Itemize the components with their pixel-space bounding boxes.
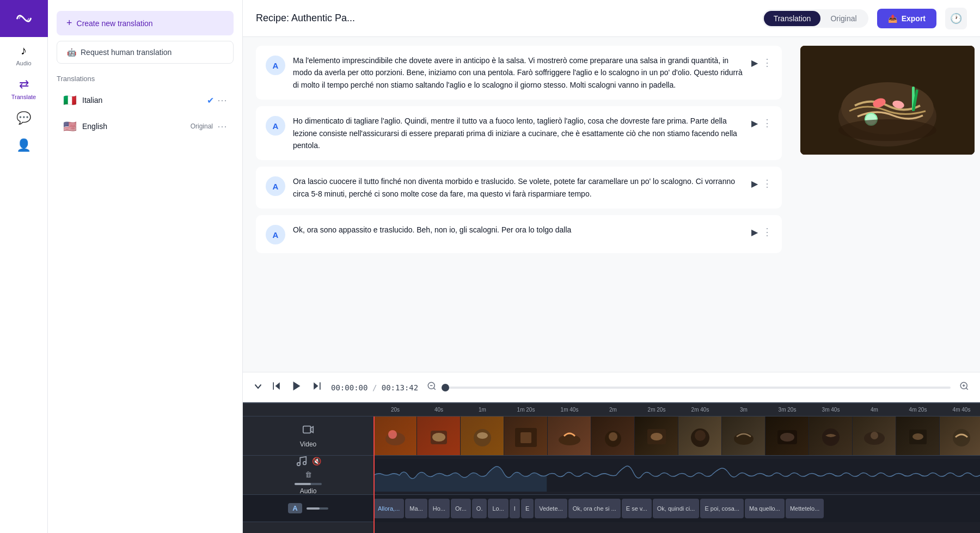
caption-chip-2[interactable]: Ho...	[428, 499, 450, 518]
language-item-english[interactable]: 🇺🇸 English Original ⋯	[57, 114, 234, 138]
zoom-in-icon	[959, 381, 969, 391]
more-options-4[interactable]: ⋮	[762, 226, 772, 238]
play-icon	[291, 380, 303, 392]
tab-translation[interactable]: Translation	[764, 11, 821, 26]
caption-track-label: A	[243, 495, 373, 522]
history-button[interactable]: 🕐	[945, 8, 967, 29]
sidebar-label-audio: Audio	[16, 60, 31, 66]
svg-rect-20	[303, 426, 311, 433]
ruler-marks: 20s 40s 1m 1m 20s 1m 40s 2m 2m 20s 2m 40…	[373, 407, 980, 413]
ruler-mark-13: 4m 40s	[940, 407, 980, 413]
mute-icon[interactable]: 🔇	[312, 457, 321, 465]
progress-thumb	[442, 384, 449, 391]
italian-more-icon[interactable]: ⋯	[217, 94, 227, 106]
caption-volume-slider[interactable]	[307, 507, 328, 510]
ruler-mark-1: 40s	[417, 407, 461, 413]
caption-chip-11[interactable]: Ok, quindi ci...	[653, 499, 700, 518]
video-preview	[800, 46, 975, 155]
food-thumbnail-image	[800, 46, 975, 155]
svg-point-9	[838, 119, 936, 141]
zoom-in-button[interactable]	[959, 381, 969, 394]
tab-original[interactable]: Original	[820, 11, 866, 26]
request-human-translation-button[interactable]: 🤖 Request human translation	[57, 41, 234, 64]
frame-cook-5	[556, 422, 583, 450]
ruler-mark-5: 2m	[591, 407, 635, 413]
frame-pan-11	[817, 422, 844, 450]
caption-chip-5[interactable]: Lo...	[488, 499, 508, 518]
play-segment-3[interactable]: ▶	[751, 179, 758, 189]
svg-point-31	[559, 434, 580, 445]
transcript-block-3: A Ora lascio cuocere il tutto finché non…	[256, 167, 782, 209]
caption-chip-7[interactable]: E	[521, 499, 534, 518]
food-svg	[800, 46, 975, 155]
caption-chip-9[interactable]: Ok, ora che si ...	[568, 499, 621, 518]
video-track-icon	[302, 424, 314, 438]
english-more-icon[interactable]: ⋯	[217, 120, 227, 132]
english-flag-icon: 🇺🇸	[63, 120, 77, 133]
svg-point-38	[734, 433, 754, 445]
italian-flag-icon: 🇮🇹	[63, 94, 77, 107]
sidebar-item-audio[interactable]: ♪ Audio	[0, 37, 47, 71]
transcript-text-1: Ma l'elemento imprescindibile che dovete…	[293, 54, 744, 91]
audio-icon: ♪	[21, 44, 27, 58]
frame-pan-12	[861, 422, 888, 450]
transcript-block-4: A Ok, ora sono appassito e traslucido. B…	[256, 215, 782, 253]
frame-pan-13	[904, 422, 932, 450]
video-frame-9	[722, 416, 765, 455]
caption-track: Allora,... Ma... Ho... Or... O. Lo... I …	[373, 495, 980, 522]
skip-forward-button[interactable]	[311, 381, 322, 394]
ruler-mark-6: 2m 20s	[635, 407, 678, 413]
play-button[interactable]	[291, 380, 303, 395]
caption-chip-14[interactable]: Mettetelo...	[786, 499, 824, 518]
transcript-block-2: A Ho dimenticato di tagliare l'aglio. Qu…	[256, 106, 782, 160]
transcript-text-3: Ora lascio cuocere il tutto finché non d…	[293, 175, 744, 200]
volume-slider[interactable]	[295, 483, 322, 485]
skip-forward-icon	[311, 381, 322, 391]
zoom-out-button[interactable]	[427, 381, 437, 394]
caption-chip-12[interactable]: E poi, cosa...	[700, 499, 744, 518]
sidebar-item-user[interactable]: 👤	[0, 132, 47, 159]
collapse-timeline-button[interactable]	[254, 382, 262, 393]
frame-cook-6	[599, 422, 627, 450]
sidebar-label-translate: Translate	[11, 94, 36, 100]
track-labels: Video 🔇 🗑	[243, 416, 373, 533]
skip-back-button[interactable]	[271, 381, 282, 394]
caption-volume-fill	[307, 507, 320, 510]
caption-chip-10[interactable]: E se v...	[622, 499, 652, 518]
video-frame-8	[678, 416, 722, 455]
header: Recipe: Authentic Pa... Translation Orig…	[243, 0, 980, 37]
sidebar-item-comments[interactable]: 💬	[0, 105, 47, 132]
svg-point-37	[695, 430, 706, 441]
more-options-2[interactable]: ⋮	[762, 117, 772, 129]
create-translation-button[interactable]: + Create new translation	[57, 11, 234, 35]
caption-chip-4[interactable]: O.	[472, 499, 487, 518]
caption-chip-1[interactable]: Ma...	[405, 499, 427, 518]
sidebar-item-translate[interactable]: ⇄ Translate	[0, 71, 47, 105]
video-frame-11	[809, 416, 853, 455]
plus-icon: +	[66, 17, 72, 29]
caption-chip-13[interactable]: Ma quello...	[745, 499, 785, 518]
app-logo[interactable]	[0, 0, 48, 37]
video-icon	[302, 424, 314, 436]
caption-chip-8[interactable]: Vedete...	[535, 499, 567, 518]
caption-chip-6[interactable]: I	[510, 499, 520, 518]
delete-audio-track-button[interactable]: 🗑	[305, 470, 312, 479]
play-segment-1[interactable]: ▶	[751, 58, 758, 68]
caption-chip-3[interactable]: Or...	[451, 499, 471, 518]
more-options-1[interactable]: ⋮	[762, 57, 772, 69]
translate-icon: ⇄	[19, 77, 29, 91]
english-language-name: English	[82, 122, 191, 131]
svg-point-35	[651, 433, 663, 440]
play-segment-4[interactable]: ▶	[751, 227, 758, 237]
main-area: Recipe: Authentic Pa... Translation Orig…	[243, 0, 980, 533]
caption-chip-0[interactable]: Allora,...	[373, 499, 404, 518]
more-options-3[interactable]: ⋮	[762, 177, 772, 189]
timeline-scrubber[interactable]	[445, 387, 951, 389]
export-button[interactable]: 📤 Export	[877, 9, 936, 28]
playback-controls: 00:00:00 / 00:13:42	[243, 372, 980, 402]
language-item-italian[interactable]: 🇮🇹 Italian ✔ ⋯	[57, 88, 234, 112]
play-segment-2[interactable]: ▶	[751, 118, 758, 128]
timeline-area: 20s 40s 1m 1m 20s 1m 40s 2m 2m 20s 2m 40…	[243, 402, 980, 533]
playhead[interactable]	[373, 416, 375, 533]
audio-track-icon	[296, 455, 308, 467]
